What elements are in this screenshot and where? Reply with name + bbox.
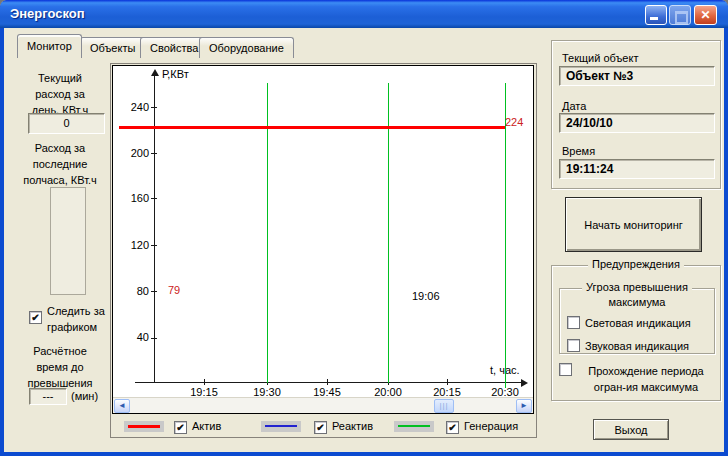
estimate-time-value: --- — [29, 388, 67, 405]
follow-graph-checkbox[interactable]: ✔ — [29, 311, 42, 324]
legend-label-active[interactable]: Актив — [192, 420, 221, 432]
legend-swatch-reactive — [261, 421, 301, 432]
period-pass-checkbox[interactable] — [559, 363, 572, 376]
current-object-label: Текщий объект — [562, 52, 638, 64]
estimate-unit-label: (мин) — [71, 390, 98, 402]
daily-consumption-value: 0 — [28, 113, 105, 134]
date-field: 24/10/10 — [559, 113, 715, 133]
maximize-button[interactable] — [669, 5, 691, 25]
minimize-icon — [650, 17, 658, 20]
halfhour-consumption-box — [50, 187, 86, 295]
green-line-icon — [398, 425, 430, 427]
y-axis-arrow-icon — [151, 69, 159, 76]
light-indication-checkbox[interactable] — [567, 316, 580, 329]
follow-graph-label[interactable]: Следить за графиком — [47, 303, 117, 335]
y-tick — [151, 153, 157, 154]
threat-group-title: Угроза превышения — [582, 281, 692, 293]
tab-monitor[interactable]: Монитор — [17, 34, 82, 58]
current-object-group: Текщий объект Объект №3 Дата 24/10/10 Вр… — [551, 40, 721, 189]
current-object-field: Объект №3 — [559, 66, 715, 86]
window-title: Энергоскоп — [10, 6, 85, 21]
exit-button[interactable]: Выход — [593, 419, 669, 440]
red-line-icon — [128, 425, 160, 428]
generation-vline — [505, 83, 506, 388]
start-monitoring-button[interactable]: Начать мониторинг — [565, 197, 702, 252]
active-series-checkbox[interactable]: ✔ — [174, 421, 187, 434]
y-tick-label: 80 — [121, 285, 149, 297]
y-tick — [151, 107, 157, 108]
y-tick-label: 240 — [121, 101, 149, 113]
check-icon: ✔ — [30, 312, 41, 323]
y-tick — [151, 338, 157, 339]
y-axis — [154, 76, 155, 383]
y-tick — [151, 198, 157, 199]
halfhour-consumption-label: Расход за последние полчаса, КВт.ч — [10, 140, 110, 188]
time-label: Время — [562, 145, 595, 157]
y-tick — [151, 245, 157, 246]
chart-annotation: 19:06 — [412, 290, 440, 302]
threat-group-title-line2: максимума — [560, 296, 714, 308]
time-field: 19:11:24 — [559, 159, 715, 179]
active-power-line — [119, 126, 505, 129]
tab-equipment[interactable]: Оборудование — [199, 37, 294, 58]
chart-plot-area: Р,КВт t, час. 240 200 160 120 80 40 19:1… — [112, 65, 534, 414]
estimate-time-label: Расчётное время до превышения — [14, 343, 106, 391]
y-axis-title: Р,КВт — [162, 68, 189, 80]
y-tick-label: 40 — [121, 331, 149, 343]
red-line-start-label: 79 — [168, 284, 180, 296]
sound-indication-checkbox[interactable] — [567, 339, 580, 352]
threat-group: Угроза превышения максимума Световая инд… — [559, 288, 715, 354]
legend-swatch-active — [124, 421, 164, 432]
red-line-end-label: 224 — [505, 116, 523, 128]
x-tick — [204, 379, 205, 385]
legend-swatch-generation — [394, 421, 434, 432]
x-axis — [135, 382, 525, 383]
y-tick-label: 160 — [121, 192, 149, 204]
maximize-icon — [675, 11, 688, 24]
chart-panel: Р,КВт t, час. 240 200 160 120 80 40 19:1… — [110, 63, 537, 438]
minimize-button[interactable] — [645, 5, 667, 25]
y-tick-label: 120 — [121, 239, 149, 251]
titlebar[interactable]: Энергоскоп ✕ — [0, 0, 728, 28]
daily-consumption-label: Текущий расход за день, КВт.ч — [14, 70, 106, 118]
blue-line-icon — [265, 425, 297, 427]
warnings-group-title: Предупреждения — [588, 258, 684, 270]
warnings-group: Предупреждения Угроза превышения максиму… — [551, 265, 721, 401]
date-label: Дата — [562, 100, 586, 112]
light-indication-label[interactable]: Световая индикация — [585, 317, 691, 329]
tab-objects[interactable]: Объекты — [80, 37, 145, 58]
reactive-series-checkbox[interactable]: ✔ — [314, 421, 327, 434]
period-pass-label[interactable]: Прохождение периода огран-ия максимума — [573, 363, 719, 395]
y-tick-label: 200 — [121, 147, 149, 159]
check-icon: ✔ — [447, 422, 458, 433]
legend-label-generation[interactable]: Генерация — [464, 420, 518, 432]
chart-scrollbar[interactable]: ◄ ||| ► — [113, 397, 533, 414]
close-button[interactable]: ✕ — [694, 5, 717, 25]
scroll-right-button[interactable]: ► — [516, 399, 532, 413]
y-tick — [151, 291, 157, 292]
scroll-left-button[interactable]: ◄ — [114, 399, 130, 413]
generation-series-checkbox[interactable]: ✔ — [446, 421, 459, 434]
sound-indication-label[interactable]: Звуковая индикация — [585, 340, 689, 352]
scrollbar-thumb[interactable]: ||| — [434, 399, 454, 413]
x-tick — [327, 379, 328, 385]
check-icon: ✔ — [315, 422, 326, 433]
legend-label-reactive[interactable]: Реактив — [332, 420, 373, 432]
close-icon: ✕ — [695, 6, 716, 24]
app-window: Энергоскоп ✕ Монитор Объекты Свойства Об… — [0, 0, 728, 456]
x-tick — [447, 379, 448, 385]
check-icon: ✔ — [175, 422, 186, 433]
